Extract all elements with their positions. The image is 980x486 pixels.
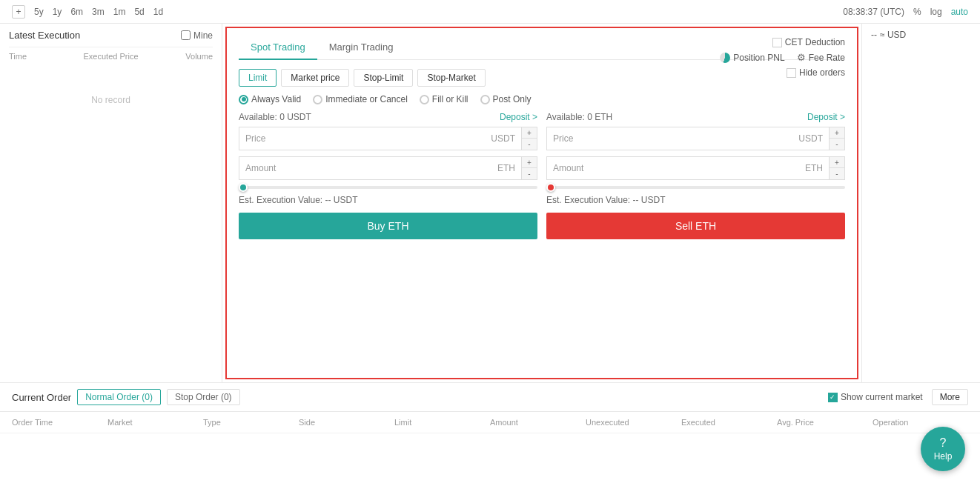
pct-toggle[interactable]: % [913, 7, 921, 17]
radio-label-immediate-cancel: Immediate or Cancel [325, 94, 408, 104]
order-type-stop-limit[interactable]: Stop-Limit [354, 69, 413, 87]
bottom-section: Current Order Normal Order (0) Stop Orde… [0, 382, 980, 433]
range-3m[interactable]: 3m [92, 7, 105, 17]
range-1d[interactable]: 1d [153, 7, 163, 17]
top-bar-right: 08:38:37 (UTC) % log auto [843, 7, 968, 17]
order-table-headers: Order Time Market Type Side Limit Amount… [0, 412, 980, 433]
time-range-controls: + 5y 1y 6m 3m 1m 5d 1d [12, 5, 163, 19]
top-right-controls: CET Deduction Position PNL ⚙ Fee Rate Hi… [720, 37, 845, 78]
order-type-stop-market[interactable]: Stop-Market [417, 69, 485, 87]
col-executed-price: Executed Price [67, 52, 155, 61]
order-type-market[interactable]: Market price [281, 69, 349, 87]
buy-amount-steppers: + - [521, 157, 537, 179]
mine-label: Mine [193, 30, 213, 41]
more-button[interactable]: More [932, 389, 968, 405]
sell-price-decrement[interactable]: - [830, 139, 844, 150]
tab-margin-trading[interactable]: Margin Trading [317, 37, 405, 60]
col-time: Time [9, 52, 67, 61]
mine-checkbox-input[interactable] [181, 30, 191, 40]
buy-column: Available: 0 USDT Deposit > Price USDT +… [239, 112, 537, 239]
range-5d[interactable]: 5d [134, 7, 144, 17]
current-time: 08:38:37 (UTC) [843, 7, 904, 17]
sell-available-text: Available: 0 ETH [546, 112, 612, 122]
radio-label-always-valid: Always Valid [251, 94, 301, 104]
col-limit: Limit [394, 418, 490, 427]
hide-orders-row: Hide orders [787, 67, 845, 78]
radio-always-valid[interactable]: Always Valid [239, 94, 301, 104]
mine-checkbox[interactable]: Mine [181, 30, 213, 41]
log-toggle[interactable]: log [930, 7, 942, 17]
position-pnl[interactable]: Position PNL [720, 53, 784, 63]
buy-price-increment[interactable]: + [522, 127, 537, 139]
sell-amount-unit: ETH [799, 163, 829, 173]
sell-slider-thumb[interactable] [546, 183, 555, 192]
right-panel: -- ≈ USD [861, 24, 980, 382]
current-order-title: Current Order [12, 392, 71, 403]
range-1y[interactable]: 1y [53, 7, 62, 17]
col-executed: Executed [681, 418, 777, 427]
trading-panel: CET Deduction Position PNL ⚙ Fee Rate Hi… [225, 27, 858, 379]
range-6m[interactable]: 6m [70, 7, 83, 17]
buy-amount-decrement[interactable]: - [522, 168, 537, 179]
range-1m[interactable]: 1m [113, 7, 126, 17]
buy-price-input[interactable] [277, 133, 485, 144]
usd-label: -- ≈ USD [871, 30, 971, 40]
sell-price-increment[interactable]: + [830, 127, 844, 139]
sell-price-input[interactable] [584, 133, 792, 144]
show-current-market-check[interactable]: ✓ Show current market [828, 392, 923, 402]
trade-form-columns: Available: 0 USDT Deposit > Price USDT +… [239, 112, 845, 239]
sell-price-unit: USDT [792, 133, 829, 144]
col-unexecuted: Unexecuted [586, 418, 681, 427]
buy-slider-track[interactable] [239, 186, 537, 189]
range-5y[interactable]: 5y [34, 7, 44, 17]
buy-amount-increment[interactable]: + [522, 157, 537, 168]
sell-amount-input[interactable] [589, 163, 799, 173]
radio-dot-immediate-cancel [313, 95, 322, 104]
col-order-time: Order Time [12, 418, 107, 427]
buy-deposit-link[interactable]: Deposit > [500, 112, 537, 122]
hide-orders-checkbox[interactable] [787, 68, 796, 78]
sell-amount-steppers: + - [829, 157, 844, 179]
radio-label-fill-kill: Fill or Kill [432, 94, 469, 104]
buy-eth-button[interactable]: Buy ETH [239, 213, 537, 239]
buy-price-decrement[interactable]: - [522, 139, 537, 150]
sell-slider-container [546, 186, 845, 189]
buy-price-label: Price [239, 133, 277, 144]
buy-available-row: Available: 0 USDT Deposit > [239, 112, 537, 122]
radio-label-post-only: Post Only [493, 94, 532, 104]
order-type-limit[interactable]: Limit [239, 69, 277, 87]
radio-dot-fill-kill [420, 95, 429, 104]
radio-fill-kill[interactable]: Fill or Kill [420, 94, 469, 104]
fee-rate[interactable]: ⚙ Fee Rate [797, 52, 845, 63]
cet-deduction-checkbox[interactable] [772, 38, 782, 47]
buy-slider-thumb[interactable] [239, 183, 248, 192]
show-current-market-label: Show current market [841, 392, 923, 402]
sell-amount-input-group: Amount ETH + - [546, 156, 845, 180]
radio-immediate-cancel[interactable]: Immediate or Cancel [313, 94, 408, 104]
show-market-checked-icon: ✓ [828, 393, 838, 402]
current-order-bar: Current Order Normal Order (0) Stop Orde… [0, 383, 980, 412]
zoom-icon[interactable]: + [12, 5, 25, 19]
sell-price-input-group: Price USDT + - [546, 127, 845, 150]
buy-est-value: Est. Execution Value: -- USDT [239, 195, 537, 205]
sell-price-label: Price [547, 133, 584, 144]
col-type: Type [203, 418, 299, 427]
hide-orders-label: Hide orders [799, 67, 845, 78]
fee-rate-label: Fee Rate [809, 53, 845, 63]
sell-amount-decrement[interactable]: - [830, 168, 844, 179]
radio-options: Always Valid Immediate or Cancel Fill or… [239, 94, 845, 104]
sell-price-steppers: + - [829, 127, 844, 150]
sell-deposit-link[interactable]: Deposit > [807, 112, 845, 122]
sell-slider-track[interactable] [546, 186, 845, 189]
normal-order-button[interactable]: Normal Order (0) [77, 389, 161, 405]
buy-amount-input[interactable] [282, 163, 491, 173]
sell-eth-button[interactable]: Sell ETH [546, 213, 845, 239]
stop-order-button[interactable]: Stop Order (0) [167, 389, 240, 405]
buy-slider-container [239, 186, 537, 189]
buy-price-steppers: + - [521, 127, 537, 150]
position-pnl-label: Position PNL [733, 53, 784, 63]
auto-toggle[interactable]: auto [951, 7, 968, 17]
radio-post-only[interactable]: Post Only [480, 94, 532, 104]
sell-amount-increment[interactable]: + [830, 157, 844, 168]
tab-spot-trading[interactable]: Spot Trading [239, 37, 317, 60]
